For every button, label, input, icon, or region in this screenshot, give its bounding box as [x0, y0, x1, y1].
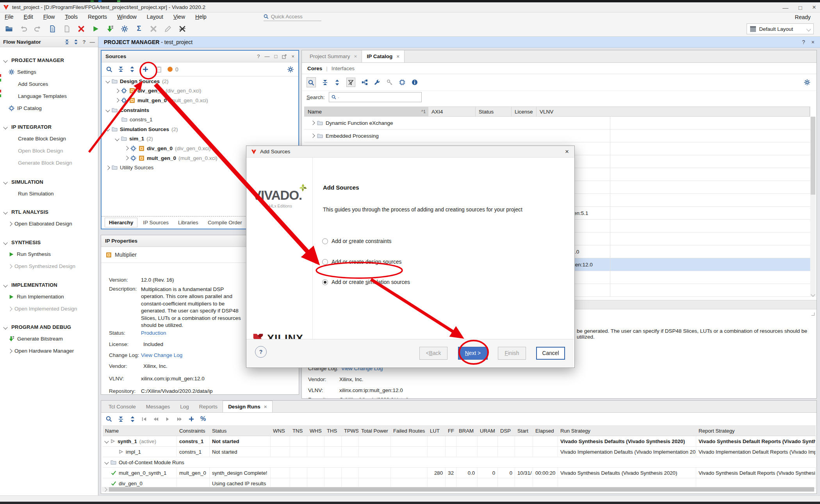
- generate-bitstream-icon[interactable]: [106, 25, 114, 33]
- flow-item-create-block-design[interactable]: Create Block Design: [0, 136, 98, 142]
- radio-dot-icon[interactable]: [322, 238, 328, 244]
- tab-design-runs[interactable]: Design Runs×: [223, 401, 272, 412]
- flow-section-ip-integrator[interactable]: IP INTEGRATOR: [0, 124, 98, 130]
- copy-icon[interactable]: [48, 25, 57, 33]
- settings-gear-icon[interactable]: [287, 66, 294, 73]
- properties-icon[interactable]: [156, 66, 162, 73]
- radio-dot-icon[interactable]: [322, 279, 328, 285]
- undo-icon[interactable]: [19, 25, 28, 33]
- expand-all-icon[interactable]: [130, 416, 135, 422]
- quick-access-search[interactable]: Quick Access: [264, 13, 321, 21]
- flow-section-rtl-analysis[interactable]: RTL ANALYSIS: [0, 209, 98, 215]
- sigma-report-icon[interactable]: Σ: [135, 25, 143, 33]
- messages-badge-icon[interactable]: [168, 67, 173, 72]
- flow-item-add-sources[interactable]: Add Sources: [0, 81, 98, 87]
- flow-item-open-hardware-manager[interactable]: Open Hardware Manager: [0, 348, 98, 354]
- sources-tab-ip-sources[interactable]: IP Sources: [139, 218, 173, 227]
- flow-section-program-and-debug[interactable]: PROGRAM AND DEBUG: [0, 324, 98, 330]
- ip-search-input[interactable]: ·: [329, 92, 422, 102]
- finish-button[interactable]: Finish: [498, 347, 526, 360]
- flow-item-open-synthesized-design[interactable]: Open Synthesized Design: [0, 263, 98, 269]
- minimize-icon[interactable]: —: [265, 53, 270, 59]
- menu-edit[interactable]: Edit: [24, 14, 33, 20]
- flow-item-settings[interactable]: Settings: [0, 69, 98, 75]
- open-project-icon[interactable]: [5, 25, 13, 33]
- tree-item-Constraints[interactable]: Constraints: [102, 105, 298, 115]
- tab-messages[interactable]: Messages: [141, 401, 175, 412]
- collapse-all-icon[interactable]: [322, 80, 328, 85]
- next-button[interactable]: Next >: [458, 347, 488, 360]
- close-icon[interactable]: ×: [291, 53, 294, 59]
- float-icon[interactable]: [282, 54, 287, 59]
- help-icon[interactable]: ?: [257, 53, 260, 59]
- radio-add-or-create-constraints[interactable]: Add or create constraints: [322, 238, 391, 244]
- scroll-up-icon[interactable]: [811, 312, 815, 316]
- license-key-icon[interactable]: [387, 79, 393, 85]
- run-row-Out-of-Context Module Runs[interactable]: Out-of-Context Module Runs: [103, 457, 816, 468]
- next-run-icon[interactable]: [176, 416, 182, 422]
- cancel-button[interactable]: Cancel: [536, 347, 565, 360]
- vertical-scrollbar[interactable]: [810, 117, 816, 297]
- scrollbar-thumb[interactable]: [109, 487, 814, 492]
- subtab-interfaces[interactable]: Interfaces: [332, 66, 355, 71]
- tree-item-Simulation Sources[interactable]: Simulation Sources (2): [102, 124, 298, 134]
- menu-view[interactable]: View: [173, 14, 185, 20]
- column-header-status[interactable]: Status: [476, 107, 512, 116]
- menu-layout[interactable]: Layout: [147, 14, 163, 20]
- menu-reports[interactable]: Reports: [88, 14, 107, 20]
- play-run-icon[interactable]: [165, 416, 171, 422]
- status-value-link[interactable]: Production: [141, 330, 166, 336]
- tree-item-Design Sources[interactable]: Design Sources (2): [102, 76, 298, 86]
- scroll-left-icon[interactable]: [103, 487, 107, 492]
- settings-gear-icon[interactable]: [804, 79, 810, 85]
- column-header-axi4[interactable]: AXI4: [428, 107, 476, 116]
- tab-log[interactable]: Log: [175, 401, 194, 412]
- run-row-mult_gen_0_synth_1[interactable]: mult_gen_0_synth_1mult_gen_0synth_design…: [103, 468, 816, 478]
- flow-item-run-implementation[interactable]: Run Implementation: [0, 294, 98, 300]
- expand-all-icon[interactable]: [73, 39, 78, 44]
- filter-toggle[interactable]: [346, 78, 355, 87]
- dialog-help-button[interactable]: ?: [255, 346, 267, 358]
- flow-item-run-synthesis[interactable]: Run Synthesis: [0, 251, 98, 257]
- menu-flow[interactable]: Flow: [43, 14, 55, 20]
- ip-category-dynamic-function-exchange[interactable]: Dynamic Function eXchange: [304, 117, 810, 130]
- tab-tcl-console[interactable]: Tcl Console: [103, 401, 141, 412]
- collapse-all-icon[interactable]: [64, 39, 70, 44]
- delete-red-icon[interactable]: [77, 25, 86, 33]
- tree-item-constrs_1[interactable]: constrs_1: [102, 115, 298, 124]
- run-icon[interactable]: [91, 25, 100, 33]
- dialog-title-bar[interactable]: Add Sources ×: [246, 146, 574, 158]
- menu-help[interactable]: Help: [195, 14, 207, 20]
- help-icon[interactable]: ?: [802, 39, 805, 45]
- menu-file[interactable]: File: [5, 14, 14, 20]
- layout-selector[interactable]: Default Layout: [747, 23, 814, 34]
- flow-item-open-elaborated-design[interactable]: Open Elaborated Design: [0, 221, 98, 227]
- radio-add-or-create-design-sources[interactable]: Add or create design sources: [322, 259, 401, 265]
- radio-add-or-create-simulation-sources[interactable]: Add or create simulation sources: [322, 279, 410, 285]
- sources-tab-libraries[interactable]: Libraries: [174, 218, 202, 227]
- expand-all-icon[interactable]: [129, 66, 135, 72]
- sources-tab-compile-order[interactable]: Compile Order: [204, 218, 246, 227]
- subtab-cores[interactable]: Cores: [307, 66, 322, 71]
- radio-dot-icon[interactable]: [322, 259, 328, 265]
- flow-item-ip-catalog[interactable]: IP Catalog: [0, 105, 98, 111]
- flow-section-project-manager[interactable]: PROJECT MANAGER: [0, 57, 98, 63]
- first-run-icon[interactable]: [141, 416, 147, 422]
- maximize-button[interactable]: □: [799, 4, 802, 11]
- sources-header[interactable]: Sources ? — □ ×: [102, 51, 298, 62]
- paste-icon[interactable]: [62, 25, 71, 33]
- menu-tools[interactable]: Tools: [65, 14, 78, 20]
- ip-settings-icon[interactable]: [399, 79, 405, 85]
- search-icon[interactable]: [106, 416, 112, 422]
- flow-item-generate-bitstream[interactable]: Generate Bitstream: [0, 336, 98, 342]
- ip-category-embedded-processing[interactable]: Embedded Processing: [304, 130, 810, 142]
- collapse-all-icon[interactable]: [118, 416, 124, 422]
- run-row-synth_1[interactable]: synth_1 (active)constrs_1Not startedViva…: [103, 436, 816, 447]
- flow-item-language-templates[interactable]: Language Templates: [0, 93, 98, 99]
- changelog-link[interactable]: View Change Log: [141, 352, 182, 358]
- run-row-impl_1[interactable]: impl_1constrs_1Not startedVivado Impleme…: [103, 447, 816, 457]
- back-button[interactable]: < Back: [419, 347, 447, 360]
- settings-gear-icon[interactable]: [120, 25, 129, 33]
- debug-cross-icon[interactable]: [178, 25, 187, 33]
- add-sources-icon[interactable]: [142, 66, 149, 73]
